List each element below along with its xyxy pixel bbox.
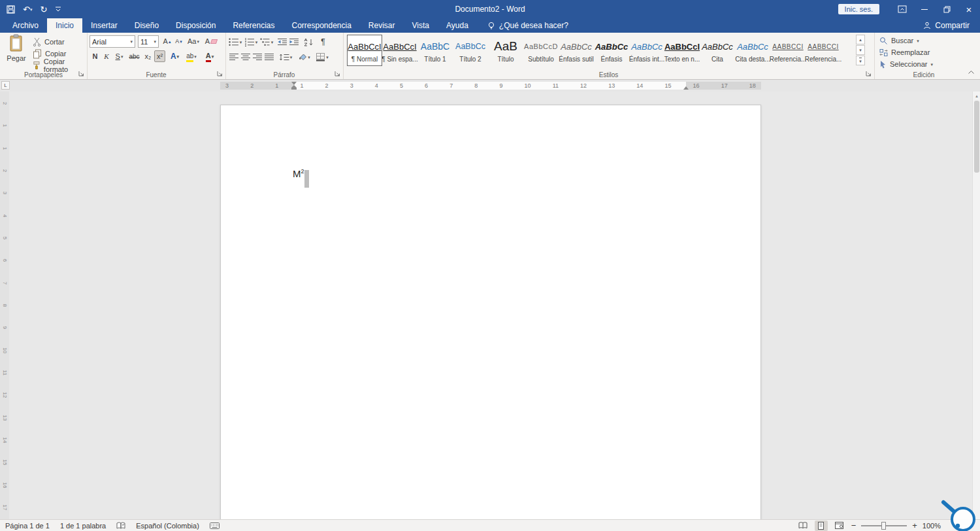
ribbon-tab[interactable]: Vista (404, 18, 438, 33)
format-painter-button[interactable]: Copiar formato (33, 60, 87, 71)
left-indent-marker[interactable] (291, 88, 297, 90)
tab-stop-selector[interactable]: L (1, 81, 10, 90)
ribbon-tab[interactable]: Referencias (224, 18, 283, 33)
ribbon-tab[interactable]: Inicio (47, 18, 82, 33)
grow-font-button[interactable]: A▴ (161, 35, 172, 47)
horizontal-ruler[interactable]: 321123456789101112131415161718 (220, 82, 761, 90)
style-item[interactable]: AaBbCc Énfasis (594, 35, 629, 66)
vertical-ruler[interactable]: 211234567891011121314151617 (0, 92, 9, 519)
paint-bucket-icon (297, 53, 307, 61)
shading-button[interactable]: ▾ (296, 51, 312, 63)
zoom-in-button[interactable]: + (912, 521, 917, 530)
line-spacing-button[interactable]: ▾ (278, 51, 293, 63)
style-item[interactable]: AaBbCcI Texto en n... (664, 35, 700, 66)
italic-button[interactable]: K (101, 50, 112, 62)
style-item[interactable]: AaBbCc Título 2 (453, 35, 488, 66)
sort-button[interactable] (302, 36, 315, 48)
numbering-button[interactable]: ▾ (244, 36, 258, 48)
clipboard-dialog-launcher[interactable] (78, 70, 85, 77)
close-button[interactable]: × (958, 0, 980, 18)
web-layout-button[interactable] (833, 521, 846, 531)
show-paragraph-marks-button[interactable]: ¶ (318, 36, 329, 48)
find-button[interactable]: Buscar ▾ (879, 35, 919, 46)
chevron-down-icon: ▾ (154, 39, 156, 44)
ribbon-tab[interactable]: Correspondencia (283, 18, 359, 33)
strikethrough-button[interactable]: abc (127, 50, 142, 62)
paste-button[interactable]: Pegar (3, 34, 30, 76)
print-layout-button[interactable] (815, 521, 828, 531)
highlight-color-button[interactable]: ab▾ (183, 50, 200, 62)
scroll-up-button[interactable]: ▴ (973, 92, 980, 100)
superscript-button[interactable]: x² (154, 50, 165, 62)
style-item[interactable]: AaBbCcI ¶ Normal (347, 35, 382, 66)
sign-in-button[interactable]: Inic. ses. (838, 4, 879, 14)
font-color-button[interactable]: A▾ (202, 50, 218, 62)
restore-button[interactable] (936, 0, 958, 18)
share-button[interactable]: Compartir (923, 18, 980, 33)
language-status[interactable]: Español (Colombia) (136, 522, 199, 530)
paragraph-dialog-launcher[interactable] (334, 70, 341, 77)
word-count-status[interactable]: 1 de 1 palabra (60, 522, 106, 530)
right-indent-marker[interactable] (683, 86, 689, 90)
replace-button[interactable]: Reemplazar (879, 47, 930, 58)
styles-more-button[interactable]: ▾ (856, 56, 865, 65)
document-page[interactable]: M2 (220, 105, 761, 519)
style-item[interactable]: AaB Título (488, 35, 523, 66)
align-left-button[interactable] (228, 51, 239, 63)
style-item[interactable]: AABBCCI Referencia... (806, 35, 841, 66)
styles-dialog-launcher[interactable] (865, 70, 872, 77)
clear-formatting-button[interactable]: A (203, 35, 219, 47)
proofing-icon[interactable] (116, 522, 125, 530)
vertical-scrollbar[interactable]: ▴ (972, 92, 980, 519)
bold-button[interactable]: N (90, 50, 101, 62)
styles-scroll-down-button[interactable]: ▾ (856, 45, 865, 55)
ribbon-tab[interactable]: Disposición (167, 18, 224, 33)
font-size-select[interactable]: 11 ▾ (138, 35, 159, 48)
ribbon-tab[interactable]: Ayuda (438, 18, 477, 33)
tell-me-box[interactable]: ¿Qué desea hacer? (487, 18, 568, 33)
ribbon-tab[interactable]: Archivo (4, 18, 47, 33)
zoom-slider[interactable] (861, 525, 907, 526)
underline-button[interactable]: S▾ (112, 50, 126, 62)
subscript-button[interactable]: x₂ (142, 50, 154, 62)
borders-button[interactable]: ▾ (314, 51, 330, 63)
text-effects-button[interactable]: A▾ (168, 50, 182, 62)
zoom-out-button[interactable]: − (851, 521, 857, 530)
font-dialog-launcher[interactable] (216, 70, 223, 77)
ribbon-display-options-button[interactable] (891, 0, 913, 18)
zoom-slider-thumb[interactable] (881, 522, 886, 530)
style-item[interactable]: AaBbC Título 1 (417, 35, 453, 66)
align-right-button[interactable] (252, 51, 263, 63)
select-button[interactable]: Seleccionar ▾ (879, 59, 933, 69)
style-item[interactable]: AaBbCcI ¶ Sin espa... (382, 35, 417, 66)
read-mode-button[interactable] (796, 521, 809, 531)
change-case-button[interactable]: Aa▾ (186, 35, 201, 47)
align-center-button[interactable] (240, 51, 251, 63)
sort-icon (303, 38, 314, 46)
justify-button[interactable] (263, 51, 274, 63)
keyboard-icon[interactable] (210, 522, 220, 529)
style-item[interactable]: AaBbCc Énfasis sutil (559, 35, 594, 66)
multilevel-list-icon (260, 38, 270, 46)
style-item[interactable]: AaBbCc Énfasis int... (629, 35, 664, 66)
multilevel-list-button[interactable]: ▾ (259, 36, 274, 48)
ribbon-tab[interactable]: Insertar (82, 18, 126, 33)
style-item[interactable]: AaBbCc Cita (700, 35, 735, 66)
page-count-status[interactable]: Página 1 de 1 (5, 522, 50, 530)
styles-scroll-up-button[interactable]: ▴ (856, 35, 865, 44)
style-item[interactable]: AaBbCcD Subtítulo (523, 35, 559, 66)
scrollbar-thumb[interactable] (974, 101, 979, 173)
style-item[interactable]: AABBCCI Referencia... (770, 35, 806, 66)
minimize-button[interactable] (913, 0, 936, 18)
style-item[interactable]: AaBbCc Cita desta... (735, 35, 770, 66)
ribbon-tab[interactable]: Diseño (126, 18, 167, 33)
font-family-select[interactable]: Arial ▾ (90, 35, 135, 48)
cut-button[interactable]: Cortar (33, 37, 65, 47)
bullets-button[interactable]: ▾ (228, 36, 242, 48)
shrink-font-button[interactable]: A▾ (173, 35, 184, 47)
ribbon-tab[interactable]: Revisar (360, 18, 404, 33)
increase-indent-button[interactable] (288, 36, 299, 48)
collapse-ribbon-button[interactable] (968, 65, 975, 77)
decrease-indent-button[interactable] (276, 36, 287, 48)
chevron-down-icon: ▾ (177, 54, 180, 59)
